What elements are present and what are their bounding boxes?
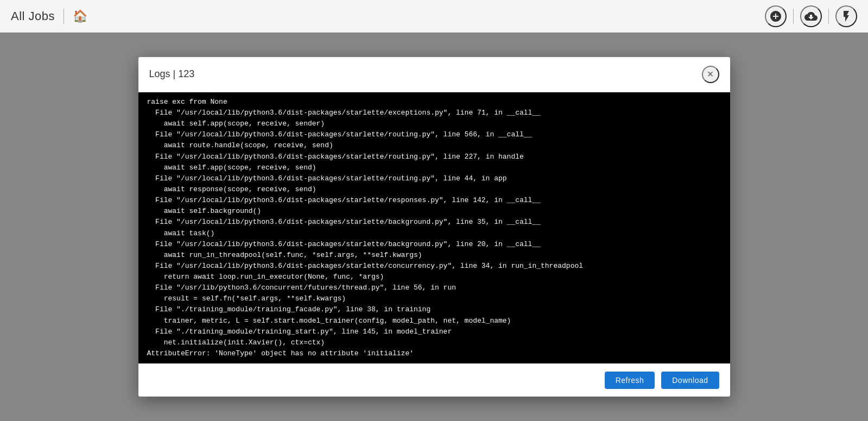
log-line: return await loop.run_in_executor(None, … bbox=[147, 272, 721, 282]
log-line: await route.handle(scope, receive, send) bbox=[147, 140, 721, 151]
dialog-header: Logs | 123 × bbox=[138, 57, 730, 92]
refresh-button[interactable]: Refresh bbox=[605, 372, 655, 389]
navbar: All Jobs 🏠 bbox=[0, 0, 868, 33]
log-line: File "/usr/local/lib/python3.6/dist-pack… bbox=[147, 239, 721, 250]
log-line: result = self.fn(*self.args, **self.kwar… bbox=[147, 293, 721, 304]
nav-divider-3 bbox=[828, 9, 829, 24]
navbar-right bbox=[765, 5, 857, 27]
dialog-close-button[interactable]: × bbox=[702, 66, 719, 83]
log-line: File "/usr/local/lib/python3.6/dist-pack… bbox=[147, 173, 721, 184]
log-line: await run_in_threadpool(self.func, *self… bbox=[147, 250, 721, 261]
log-line: await task() bbox=[147, 228, 721, 239]
log-line: File "/usr/local/lib/python3.6/dist-pack… bbox=[147, 108, 721, 118]
log-line: net.initialize(init.Xavier(), ctx=ctx) bbox=[147, 337, 721, 348]
log-line: File "/usr/local/lib/python3.6/dist-pack… bbox=[147, 129, 721, 140]
flash-icon bbox=[840, 10, 853, 23]
log-line: File "/usr/local/lib/python3.6/dist-pack… bbox=[147, 217, 721, 228]
log-line: await self.app(scope, receive, send) bbox=[147, 162, 721, 173]
add-circle-button[interactable] bbox=[765, 5, 787, 27]
log-line: trainer, metric, L = self.start.model_tr… bbox=[147, 316, 721, 326]
download-button[interactable]: Download bbox=[661, 372, 719, 389]
logs-dialog: Logs | 123 × raise exc from None File "/… bbox=[138, 57, 730, 397]
add-circle-icon bbox=[769, 10, 782, 23]
log-line: File "/usr/local/lib/python3.6/dist-pack… bbox=[147, 152, 721, 162]
nav-divider-2 bbox=[793, 9, 794, 24]
log-line: await self.background() bbox=[147, 206, 721, 217]
log-line: await self.app(scope, receive, sender) bbox=[147, 118, 721, 129]
close-icon: × bbox=[707, 68, 714, 80]
log-line: File "./training_module/training_facade.… bbox=[147, 304, 721, 315]
flash-button[interactable] bbox=[835, 5, 857, 27]
dialog-footer: Refresh Download bbox=[138, 363, 730, 397]
log-line: AttributeError: 'NoneType' object has no… bbox=[147, 348, 721, 359]
nav-divider-1 bbox=[64, 9, 64, 24]
log-line: await response(scope, receive, send) bbox=[147, 184, 721, 195]
dialog-title: Logs | 123 bbox=[149, 68, 195, 80]
log-line: File "/usr/local/lib/python3.6/dist-pack… bbox=[147, 261, 721, 272]
home-icon[interactable]: 🏠 bbox=[73, 9, 87, 23]
app-title: All Jobs bbox=[11, 9, 55, 23]
log-line: File "./training_module/training_start.p… bbox=[147, 326, 721, 337]
log-content-area[interactable]: raise exc from None File "/usr/local/lib… bbox=[138, 92, 730, 363]
cloud-download-icon bbox=[804, 10, 818, 23]
log-line: File "/usr/local/lib/python3.6/dist-pack… bbox=[147, 195, 721, 206]
modal-overlay: Logs | 123 × raise exc from None File "/… bbox=[0, 33, 868, 421]
log-line: raise exc from None bbox=[147, 97, 721, 108]
log-line: File "/usr/lib/python3.6/concurrent/futu… bbox=[147, 282, 721, 293]
cloud-download-button[interactable] bbox=[800, 5, 822, 27]
